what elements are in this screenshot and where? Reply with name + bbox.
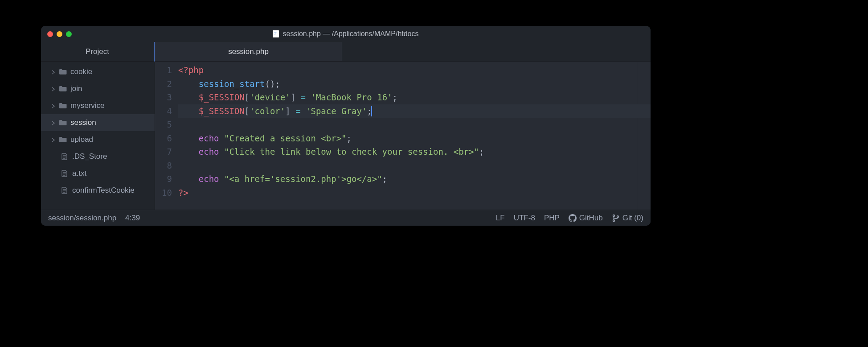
svg-point-1 — [613, 219, 614, 221]
code-line[interactable]: $_SESSION['color'] = 'Space Gray'; — [178, 104, 651, 118]
line-number: 3 — [155, 91, 172, 104]
statusbar: session/session.php 4:39 LF UTF-8 PHP Gi… — [41, 210, 651, 226]
window-title: session.php — /Applications/MAMP/htdocs — [41, 30, 651, 38]
document-icon — [61, 187, 69, 194]
minimize-window-button[interactable] — [57, 31, 62, 37]
tab-label: session.php — [228, 47, 269, 56]
tab-session-php[interactable]: session.php — [155, 42, 342, 61]
tree-item-label: myservice — [70, 101, 105, 110]
titlebar[interactable]: session.php — /Applications/MAMP/htdocs — [41, 26, 651, 42]
folder-icon — [59, 136, 67, 143]
line-number: 4 — [155, 104, 172, 118]
line-number: 6 — [155, 132, 172, 145]
code-line[interactable]: $_SESSION['device'] = 'MacBook Pro 16'; — [178, 91, 651, 104]
tree-item-myservice[interactable]: myservice — [41, 97, 155, 114]
code-line[interactable]: session_start(); — [178, 77, 651, 91]
tree-item-label: cookie — [70, 67, 92, 76]
svg-point-2 — [617, 215, 618, 217]
tree-item-session[interactable]: session — [41, 114, 155, 131]
code-editor[interactable]: 12345678910 <?php session_start(); $_SES… — [155, 62, 651, 210]
code-line[interactable] — [178, 118, 651, 132]
chevron-right-icon — [52, 87, 55, 91]
code-line[interactable]: <?php — [178, 63, 651, 77]
zoom-window-button[interactable] — [66, 31, 72, 37]
chevron-right-icon — [52, 121, 55, 124]
code-line[interactable]: echo "Click the link below to check your… — [178, 145, 651, 159]
folder-icon — [59, 68, 67, 75]
tree-item-cookie[interactable]: cookie — [41, 63, 155, 80]
document-icon — [61, 153, 69, 160]
status-cursor-position[interactable]: 4:39 — [125, 214, 140, 223]
line-number: 7 — [155, 145, 172, 159]
github-icon — [569, 214, 577, 222]
tree-item-label: join — [70, 84, 82, 93]
line-number: 2 — [155, 77, 172, 91]
chevron-right-icon — [52, 70, 55, 74]
tree-item-label: a.txt — [72, 169, 86, 178]
tree-item-a-txt[interactable]: a.txt — [41, 165, 155, 182]
line-number: 9 — [155, 172, 172, 186]
tabbar: session.php — [155, 42, 651, 62]
folder-icon — [59, 85, 67, 92]
document-icon — [61, 170, 69, 177]
status-encoding[interactable]: UTF-8 — [514, 214, 535, 223]
code-line[interactable]: ?> — [178, 186, 651, 200]
file-type-icon — [273, 30, 279, 37]
code-line[interactable] — [178, 159, 651, 173]
folder-icon — [59, 102, 67, 109]
sidebar: Project cookiejoinmyservicesessionupload… — [41, 42, 155, 210]
svg-point-0 — [613, 215, 614, 216]
folder-icon — [59, 119, 67, 126]
tree-item-confirmTestCookie[interactable]: confirmTestCookie — [41, 182, 155, 199]
traffic-lights — [41, 31, 72, 37]
file-tree[interactable]: cookiejoinmyservicesessionupload.DS_Stor… — [41, 62, 155, 210]
line-number: 5 — [155, 118, 172, 132]
tree-item--DS-Store[interactable]: .DS_Store — [41, 148, 155, 165]
code-line[interactable]: echo "Created a session <br>"; — [178, 132, 651, 145]
git-branch-icon — [612, 214, 620, 222]
editor-window: session.php — /Applications/MAMP/htdocs … — [41, 26, 651, 226]
chevron-right-icon — [52, 104, 55, 107]
sidebar-header-label: Project — [86, 47, 109, 56]
status-line-ending[interactable]: LF — [496, 214, 505, 223]
status-github[interactable]: GitHub — [569, 214, 603, 223]
window-title-text: session.php — /Applications/MAMP/htdocs — [283, 30, 418, 38]
window-body: Project cookiejoinmyservicesessionupload… — [41, 42, 651, 210]
text-cursor — [371, 106, 372, 116]
tree-item-label: .DS_Store — [72, 152, 107, 161]
tree-item-label: confirmTestCookie — [72, 186, 135, 195]
gutter: 12345678910 — [155, 62, 178, 210]
line-number: 1 — [155, 63, 172, 77]
tree-item-label: session — [70, 118, 96, 127]
chevron-right-icon — [52, 138, 55, 141]
line-number: 8 — [155, 159, 172, 173]
editor-area: session.php 12345678910 <?php session_st… — [155, 42, 651, 210]
close-window-button[interactable] — [47, 31, 53, 37]
code-content[interactable]: <?php session_start(); $_SESSION['device… — [178, 62, 651, 210]
sidebar-header-project[interactable]: Project — [41, 42, 155, 62]
status-git[interactable]: Git (0) — [612, 214, 643, 223]
line-number: 10 — [155, 186, 172, 200]
tree-item-upload[interactable]: upload — [41, 131, 155, 148]
status-language[interactable]: PHP — [544, 214, 560, 223]
tree-item-label: upload — [70, 135, 93, 144]
tree-item-join[interactable]: join — [41, 80, 155, 97]
status-file-path[interactable]: session/session.php — [48, 214, 116, 223]
code-line[interactable]: echo "<a href='session2.php'>go</a>"; — [178, 172, 651, 186]
